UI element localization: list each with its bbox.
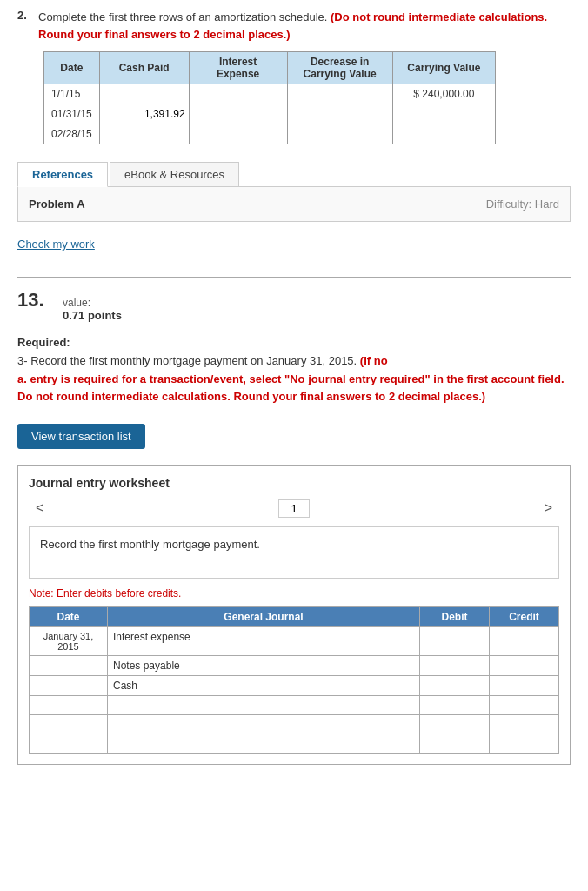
credit-input-1[interactable]	[490, 633, 558, 650]
q2-text: Complete the first three rows of an amor…	[38, 9, 571, 43]
journal-gj-3: Cash	[108, 676, 420, 696]
q13-value-label: value:	[63, 297, 122, 309]
q13-header: 13. value: 0.71 points	[17, 289, 571, 322]
cash-paid-cell-3[interactable]	[99, 124, 189, 144]
col-date: Date	[44, 52, 100, 84]
decrease-carrying-cell-1	[287, 84, 392, 104]
journal-col-gj: General Journal	[108, 607, 420, 627]
table-row: 02/28/15	[44, 124, 496, 144]
table-header-row: Date Cash Paid Interest Expense Decrease…	[44, 52, 496, 84]
debit-input-3[interactable]	[420, 677, 489, 694]
journal-debit-1[interactable]	[420, 627, 490, 656]
credit-input-4[interactable]	[490, 697, 558, 714]
credit-input-2[interactable]	[490, 657, 558, 674]
page-number-input[interactable]	[278, 499, 310, 518]
journal-debit-3[interactable]	[420, 676, 490, 696]
debit-input-4[interactable]	[420, 697, 489, 714]
journal-credit-6[interactable]	[490, 734, 559, 754]
journal-debit-4[interactable]	[420, 696, 490, 715]
date-cell-1: 1/1/15	[44, 84, 100, 104]
interest-expense-input-2[interactable]	[190, 104, 287, 124]
date-cell-2: 01/31/15	[44, 104, 100, 124]
record-note-text: Record the first monthly mortgage paymen…	[40, 538, 260, 551]
table-row: 1/1/15 $ 240,000.00	[44, 84, 496, 104]
required-label: Required:	[17, 336, 70, 349]
q2-intro: Complete the first three rows of an amor…	[38, 10, 327, 23]
view-transaction-list-button[interactable]: View transaction list	[17, 424, 145, 449]
col-interest-expense: Interest Expense	[189, 52, 287, 84]
carrying-value-input-2[interactable]	[393, 104, 495, 124]
interest-expense-cell-1	[189, 84, 287, 104]
tab-ebook[interactable]: eBook & Resources	[110, 162, 239, 186]
journal-credit-5[interactable]	[490, 715, 559, 734]
debit-input-1[interactable]	[420, 633, 489, 650]
journal-debit-5[interactable]	[420, 715, 490, 734]
journal-table: Date General Journal Debit Credit Januar…	[29, 606, 559, 754]
required-line2b: a. entry is required for a transaction/e…	[17, 372, 565, 404]
record-note-box: Record the first monthly mortgage paymen…	[29, 526, 559, 579]
carrying-value-input-3[interactable]	[393, 124, 495, 144]
tabs: References eBook & Resources	[17, 162, 571, 186]
carrying-value-cell-1: $ 240,000.00	[392, 84, 495, 104]
cash-paid-input-3[interactable]	[100, 124, 189, 144]
debit-input-2[interactable]	[420, 657, 489, 674]
journal-row-6	[30, 734, 559, 754]
credit-input-3[interactable]	[490, 677, 558, 694]
decrease-carrying-cell-2[interactable]	[287, 104, 392, 124]
journal-date-4	[30, 696, 108, 715]
carrying-value-cell-2[interactable]	[392, 104, 495, 124]
question-2-header: 2. Complete the first three rows of an a…	[17, 9, 571, 43]
cash-paid-input-2[interactable]	[100, 104, 189, 124]
journal-row-1: January 31, 2015 Interest expense	[30, 627, 559, 656]
journal-credit-2[interactable]	[490, 656, 559, 676]
interest-expense-cell-2[interactable]	[189, 104, 287, 124]
credit-input-5[interactable]	[490, 716, 558, 734]
interest-expense-input-3[interactable]	[190, 124, 287, 144]
col-carrying-value: Carrying Value	[392, 52, 495, 84]
journal-credit-4[interactable]	[490, 696, 559, 715]
next-arrow[interactable]: >	[538, 499, 559, 518]
debit-input-6[interactable]	[420, 735, 489, 753]
required-line2a: (If no	[360, 354, 388, 367]
cash-paid-cell-2[interactable]	[99, 104, 189, 124]
decrease-carrying-input-2[interactable]	[288, 104, 392, 124]
cash-paid-cell-1	[99, 84, 189, 104]
journal-debit-2[interactable]	[420, 656, 490, 676]
journal-date-1: January 31, 2015	[30, 627, 108, 656]
journal-credit-1[interactable]	[490, 627, 559, 656]
table-row: 01/31/15	[44, 104, 496, 124]
interest-expense-cell-3[interactable]	[189, 124, 287, 144]
journal-gj-4	[108, 696, 420, 715]
q13-points: 0.71 points	[63, 309, 122, 322]
required-section: Required: 3- Record the first monthly mo…	[17, 334, 571, 406]
journal-date-3	[30, 676, 108, 696]
journal-row-3: Cash	[30, 676, 559, 696]
decrease-carrying-cell-3[interactable]	[287, 124, 392, 144]
col-decrease-carrying: Decrease in Carrying Value	[287, 52, 392, 84]
check-my-work-link[interactable]: Check my work	[17, 238, 95, 251]
journal-gj-1: Interest expense	[108, 627, 420, 656]
journal-credit-3[interactable]	[490, 676, 559, 696]
q13-value-block: value: 0.71 points	[63, 297, 122, 322]
credit-input-6[interactable]	[490, 735, 558, 753]
journal-header-row: Date General Journal Debit Credit	[30, 607, 559, 627]
decrease-carrying-input-3[interactable]	[288, 124, 392, 144]
q2-number: 2.	[17, 9, 31, 43]
journal-worksheet: Journal entry worksheet < > Record the f…	[17, 465, 571, 765]
journal-date-6	[30, 734, 108, 754]
journal-col-date: Date	[30, 607, 108, 627]
tab-references[interactable]: References	[17, 162, 108, 187]
date-cell-3: 02/28/15	[44, 124, 100, 144]
journal-nav: < >	[29, 499, 559, 518]
prev-arrow[interactable]: <	[29, 499, 50, 518]
required-line1: 3- Record the first monthly mortgage pay…	[17, 354, 357, 367]
journal-date-2	[30, 656, 108, 676]
col-cash-paid: Cash Paid	[99, 52, 189, 84]
debit-input-5[interactable]	[420, 716, 489, 734]
journal-gj-2: Notes payable	[108, 656, 420, 676]
carrying-value-cell-3[interactable]	[392, 124, 495, 144]
journal-debit-6[interactable]	[420, 734, 490, 754]
journal-col-credit: Credit	[490, 607, 559, 627]
question-13-container: 13. value: 0.71 points Required: 3- Reco…	[17, 277, 571, 765]
journal-row-2: Notes payable	[30, 656, 559, 676]
